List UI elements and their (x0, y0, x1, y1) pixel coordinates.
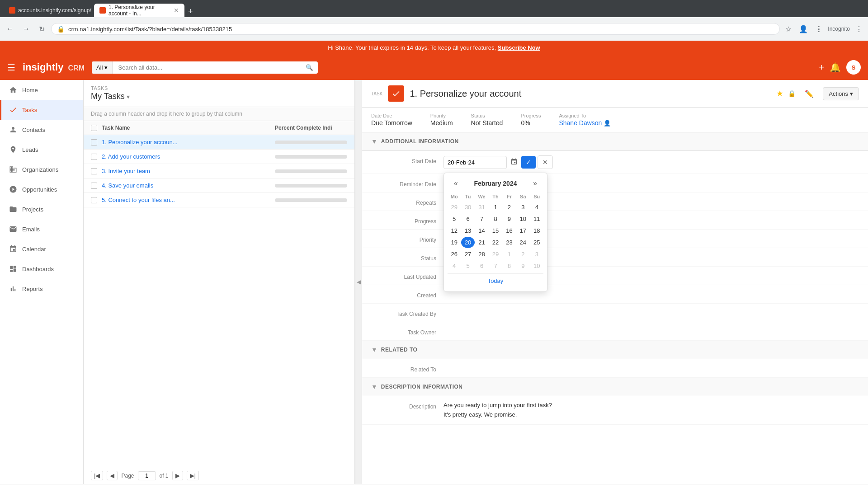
cal-day[interactable]: 18 (530, 225, 543, 236)
cal-prev-button[interactable]: « (451, 178, 461, 188)
cal-day[interactable]: 17 (516, 225, 529, 236)
cal-day[interactable]: 29 (448, 202, 461, 213)
edit-button[interactable]: ✏️ (801, 88, 817, 100)
cal-day[interactable]: 23 (503, 237, 516, 248)
cal-day[interactable]: 14 (475, 225, 488, 236)
cal-day[interactable]: 9 (516, 260, 529, 272)
cal-day[interactable]: 5 (448, 213, 461, 225)
task-name-5[interactable]: 5. Connect to your files an... (102, 197, 275, 203)
address-input[interactable] (68, 26, 774, 33)
today-button[interactable]: Today (448, 273, 543, 288)
task-checkbox-3[interactable] (91, 168, 97, 174)
task-name-2[interactable]: 2. Add your customers (102, 153, 275, 160)
task-checkbox-1[interactable] (91, 139, 97, 145)
first-page-button[interactable]: |◀ (91, 471, 103, 480)
cal-day[interactable]: 15 (489, 225, 502, 236)
cal-day[interactable]: 22 (489, 237, 502, 248)
sidebar-item-dashboards[interactable]: Dashboards (0, 259, 83, 279)
next-page-button[interactable]: ▶ (172, 471, 183, 480)
cal-day[interactable]: 10 (516, 213, 529, 225)
cal-day[interactable]: 29 (489, 249, 502, 260)
tab-1[interactable]: accounts.insightly.com/signup/ ✕ (4, 4, 94, 17)
confirm-date-button[interactable]: ✓ (521, 156, 536, 169)
cal-day[interactable]: 11 (530, 213, 543, 225)
reload-button[interactable]: ↻ (36, 23, 47, 35)
more-button[interactable]: ⋮ (854, 23, 864, 35)
tab-2[interactable]: 1. Personalize your account - In... ✕ (94, 4, 184, 17)
address-bar[interactable]: 🔒 (51, 23, 780, 35)
calendar-icon-button[interactable] (509, 156, 519, 169)
star-icon[interactable]: ★ (776, 89, 783, 99)
task-row[interactable]: 2. Add your customers (84, 150, 354, 164)
task-row[interactable]: 1. Personalize your accoun... (84, 135, 354, 150)
panel-collapse-handle[interactable]: ◀ (355, 80, 362, 484)
cal-day[interactable]: 6 (461, 213, 474, 225)
task-row[interactable]: 3. Invite your team (84, 164, 354, 178)
additional-info-section-header[interactable]: ▼ ADDITIONAL INFORMATION (362, 132, 868, 151)
last-page-button[interactable]: ▶| (187, 471, 199, 480)
sidebar-item-leads[interactable]: Leads (0, 140, 83, 160)
task-name-3[interactable]: 3. Invite your team (102, 168, 275, 174)
actions-button[interactable]: Actions ▾ (823, 87, 859, 100)
cal-day[interactable]: 2 (516, 249, 529, 260)
add-button[interactable]: + (819, 62, 824, 73)
subscribe-link[interactable]: Subscribe Now (498, 44, 540, 51)
cal-day[interactable]: 28 (475, 249, 488, 260)
cal-day[interactable]: 2 (503, 202, 516, 213)
cal-day[interactable]: 4 (448, 260, 461, 272)
chevron-down-icon[interactable]: ▾ (127, 93, 130, 100)
prev-page-button[interactable]: ◀ (107, 471, 118, 480)
search-button[interactable]: 🔍 (301, 61, 318, 74)
sidebar-item-organizations[interactable]: Organizations (0, 160, 83, 179)
cal-day[interactable]: 13 (461, 225, 474, 236)
cal-day[interactable]: 4 (530, 202, 543, 213)
sidebar-item-reports[interactable]: Reports (0, 279, 83, 299)
assigned-to-value[interactable]: Shane Dawson (559, 119, 602, 127)
cal-day[interactable]: 5 (461, 260, 474, 272)
task-checkbox-4[interactable] (91, 183, 97, 189)
cal-day[interactable]: 27 (461, 249, 474, 260)
search-all-button[interactable]: All ▾ (92, 61, 113, 74)
task-name-4[interactable]: 4. Save your emails (102, 182, 275, 189)
cal-day[interactable]: 8 (489, 213, 502, 225)
profile-button[interactable]: 👤 (797, 23, 810, 35)
cal-day[interactable]: 31 (475, 202, 488, 213)
cal-day[interactable]: 25 (530, 237, 543, 248)
bookmark-button[interactable]: ☆ (783, 23, 793, 35)
tab2-close[interactable]: ✕ (174, 7, 179, 14)
select-all-checkbox[interactable] (91, 125, 97, 131)
cal-day[interactable]: 7 (475, 213, 488, 225)
cal-day[interactable]: 24 (516, 237, 529, 248)
cal-day[interactable]: 19 (448, 237, 461, 248)
cal-day[interactable]: 1 (503, 249, 516, 260)
cal-day[interactable]: 26 (448, 249, 461, 260)
hamburger-button[interactable]: ☰ (7, 62, 15, 73)
sidebar-item-tasks[interactable]: Tasks (0, 100, 83, 120)
sidebar-item-projects[interactable]: Projects (0, 199, 83, 219)
cal-day[interactable]: 30 (461, 202, 474, 213)
page-input[interactable] (138, 471, 156, 480)
menu-button[interactable]: ⋮ (813, 23, 824, 35)
sidebar-item-calendar[interactable]: Calendar (0, 239, 83, 259)
sidebar-item-home[interactable]: Home (0, 80, 83, 100)
cal-day[interactable]: 21 (475, 237, 488, 248)
task-checkbox-2[interactable] (91, 154, 97, 160)
sidebar-item-opportunities[interactable]: Opportunities (0, 179, 83, 199)
cal-day[interactable]: 8 (503, 260, 516, 272)
notifications-button[interactable]: 🔔 (830, 62, 841, 73)
related-to-section-header[interactable]: ▼ RELATED TO (362, 341, 868, 359)
cal-day[interactable]: 3 (530, 249, 543, 260)
task-row[interactable]: 4. Save your emails (84, 178, 354, 193)
cal-day[interactable]: 7 (489, 260, 502, 272)
sidebar-item-contacts[interactable]: Contacts (0, 120, 83, 140)
cal-day[interactable]: 16 (503, 225, 516, 236)
cal-next-button[interactable]: » (530, 178, 540, 188)
cal-day[interactable]: 6 (475, 260, 488, 272)
new-tab-button[interactable]: + (184, 7, 197, 16)
cancel-date-button[interactable]: ✕ (538, 155, 553, 169)
cal-day[interactable]: 1 (489, 202, 502, 213)
start-date-input[interactable] (443, 156, 507, 169)
forward-button[interactable]: → (20, 23, 33, 35)
task-checkbox-5[interactable] (91, 197, 97, 203)
back-button[interactable]: ← (4, 23, 16, 35)
